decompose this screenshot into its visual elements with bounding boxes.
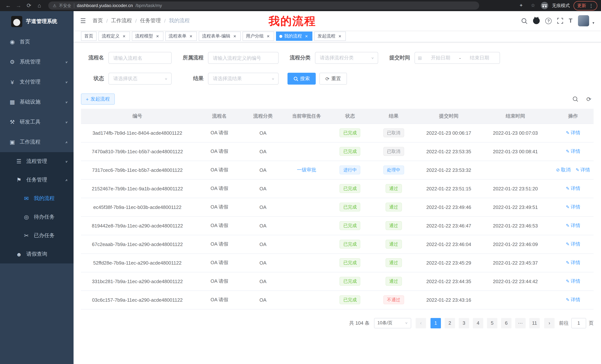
tab-label: 流程模型 <box>135 33 153 39</box>
status-select[interactable]: 请选择状态 ∨ <box>109 73 172 85</box>
fullscreen-icon[interactable] <box>557 18 563 24</box>
detail-action[interactable]: ✎详情 <box>566 222 580 229</box>
forward-icon[interactable]: → <box>14 0 23 11</box>
process-id: 67c2eaab-7b9a-11ec-a290-acde48001122 <box>92 241 183 247</box>
address-bar[interactable]: ⚠ 不安全 dashboard.yudao.iocoder.cn/bpm/tas… <box>48 1 479 10</box>
page-number-button[interactable]: 1 <box>431 318 441 328</box>
page-number-button[interactable]: 3 <box>459 318 469 328</box>
breadcrumb-home[interactable]: 首页 <box>93 18 103 24</box>
detail-action[interactable]: ✎详情 <box>566 204 580 211</box>
refresh-table-icon[interactable]: ⟳ <box>586 96 591 103</box>
reload-icon[interactable]: ⟳ <box>25 0 33 11</box>
tab-close-icon[interactable]: × <box>121 34 127 39</box>
logo[interactable]: 芋道管理系统 <box>0 11 74 32</box>
help-icon[interactable]: ? <box>545 18 551 24</box>
process-id: 7470a810-7b9b-11ec-b5b7-acde48001122 <box>92 149 183 154</box>
chevron-down-icon[interactable]: ▾ <box>592 21 594 25</box>
detail-action[interactable]: ✎详情 <box>566 130 580 136</box>
date-range-picker[interactable]: ⊞ 开始日期 - 结束日期 <box>415 52 500 64</box>
key-icon[interactable]: ✦ <box>517 0 525 11</box>
tab-close-icon[interactable]: × <box>232 34 237 39</box>
tab[interactable]: 首页 <box>81 31 97 41</box>
tab[interactable]: 流程表单-编辑 × <box>199 31 241 41</box>
tab[interactable]: 我的流程 × <box>276 31 312 41</box>
sidebar-item-workflow[interactable]: ▣ 工作流程 ∧ <box>0 132 74 152</box>
tab-close-icon[interactable]: × <box>337 34 342 39</box>
tab-close-icon[interactable]: × <box>155 34 160 39</box>
end-date-input[interactable]: 结束日期 <box>462 55 497 61</box>
reset-button[interactable]: ⟳ 重置 <box>320 73 347 85</box>
process-name-input[interactable] <box>109 52 172 64</box>
detail-action[interactable]: ✎详情 <box>566 185 580 192</box>
page-number-button[interactable]: 11 <box>529 318 540 328</box>
tab[interactable]: 发起流程 × <box>314 31 346 41</box>
goto-page-input[interactable] <box>571 318 586 328</box>
next-page-button[interactable]: › <box>544 318 555 328</box>
page-size-select[interactable]: 10条/页 ∨ <box>374 318 411 328</box>
sidebar-item-todo-tasks[interactable]: ◎ 待办任务 <box>0 208 74 226</box>
sidebar-item-leave-query[interactable]: ☻ 请假查询 <box>0 245 74 263</box>
detail-action[interactable]: ✎详情 <box>566 148 580 155</box>
browser-menu-icon[interactable]: ⋮ <box>589 3 594 8</box>
security-label[interactable]: 不安全 <box>59 3 71 8</box>
goto-label: 前往 <box>559 320 569 326</box>
prev-page-button[interactable]: ‹ <box>416 318 426 328</box>
sidebar-item-payment[interactable]: ¥ 支付管理 ∨ <box>0 72 74 92</box>
sidebar-item-home[interactable]: ◉ 首页 <box>0 32 74 52</box>
result-badge: 通过 <box>386 258 402 267</box>
process-def-input[interactable] <box>208 52 279 64</box>
sidebar-item-system[interactable]: ⚙ 系统管理 ∨ <box>0 52 74 72</box>
sidebar-item-my-process[interactable]: ✉ 我的流程 <box>0 189 74 208</box>
avatar[interactable] <box>578 15 589 26</box>
back-icon[interactable]: ← <box>4 0 13 11</box>
search-icon[interactable] <box>521 18 527 24</box>
font-size-icon[interactable]: T <box>569 18 572 24</box>
edit-icon: ✎ <box>566 260 570 265</box>
tab[interactable]: 流程模型 × <box>132 31 163 41</box>
tab[interactable]: 流程表单 × <box>165 31 197 41</box>
start-date-input[interactable]: 开始日期 <box>423 55 458 61</box>
page-number-button[interactable]: 5 <box>487 318 497 328</box>
detail-action[interactable]: ✎详情 <box>566 259 580 266</box>
bookmark-star-icon[interactable]: ☆ <box>529 0 537 11</box>
detail-action[interactable]: ✎详情 <box>566 297 580 303</box>
tab-close-icon[interactable]: × <box>188 34 193 39</box>
tab-close-icon[interactable]: × <box>304 34 309 39</box>
detail-action[interactable]: ✎详情 <box>566 278 580 285</box>
status-badge: 已完成 <box>340 277 361 286</box>
breadcrumb-workflow[interactable]: 工作流程 <box>111 18 132 24</box>
content: 流程名 所属流程 流程分类 请选择流程分类 ∨ <box>74 42 601 364</box>
goto-suffix: 页 <box>589 320 594 326</box>
create-process-label: 发起流程 <box>90 96 110 102</box>
sidebar-item-devtools[interactable]: ⚒ 研发工具 ∨ <box>0 112 74 132</box>
incognito-icon <box>541 2 548 9</box>
page-number-button[interactable]: ··· <box>515 318 526 328</box>
sidebar-item-process-mgmt[interactable]: ☰ 流程管理 ∨ <box>0 152 74 171</box>
tabs-bar: 首页 流程定义 × 流程模型 × <box>74 30 601 42</box>
sidebar-item-infra[interactable]: ▦ 基础设施 ∨ <box>0 92 74 112</box>
tab[interactable]: 用户分组 × <box>242 31 274 41</box>
tab-close-icon[interactable]: × <box>266 34 271 39</box>
category-select[interactable]: 请选择流程分类 ∨ <box>315 52 378 64</box>
create-process-button[interactable]: + 发起流程 <box>81 94 115 105</box>
cancel-label: 取消 <box>561 167 571 173</box>
sidebar-item-task-mgmt[interactable]: ⚑ 任务管理 ∧ <box>0 171 74 189</box>
chevron-down-icon: ∨ <box>65 101 68 104</box>
tab[interactable]: 流程定义 × <box>99 31 130 41</box>
sidebar-item-done-tasks[interactable]: ✂ 已办任务 <box>0 226 74 245</box>
github-icon[interactable] <box>533 18 540 24</box>
page-number-button[interactable]: 4 <box>473 318 483 328</box>
result-select[interactable]: 请选择流结果 ∨ <box>208 73 279 85</box>
search-button[interactable]: 搜索 <box>288 73 316 85</box>
breadcrumb-task-mgmt[interactable]: 任务管理 <box>140 18 161 24</box>
page-number-button[interactable]: 6 <box>501 318 511 328</box>
page-number-button[interactable]: 2 <box>445 318 455 328</box>
update-button[interactable]: 更新 ⋮ <box>573 1 597 10</box>
toggle-search-icon[interactable] <box>572 96 578 102</box>
hamburger-icon[interactable]: ☰ <box>80 17 86 25</box>
browser-home-icon[interactable]: ⌂ <box>35 0 44 11</box>
cancel-action[interactable]: ⊘取消 <box>556 167 571 173</box>
current-task-link[interactable]: 一级审批 <box>297 167 316 172</box>
detail-action[interactable]: ✎详情 <box>566 241 580 248</box>
detail-action[interactable]: ✎详情 <box>576 167 590 173</box>
